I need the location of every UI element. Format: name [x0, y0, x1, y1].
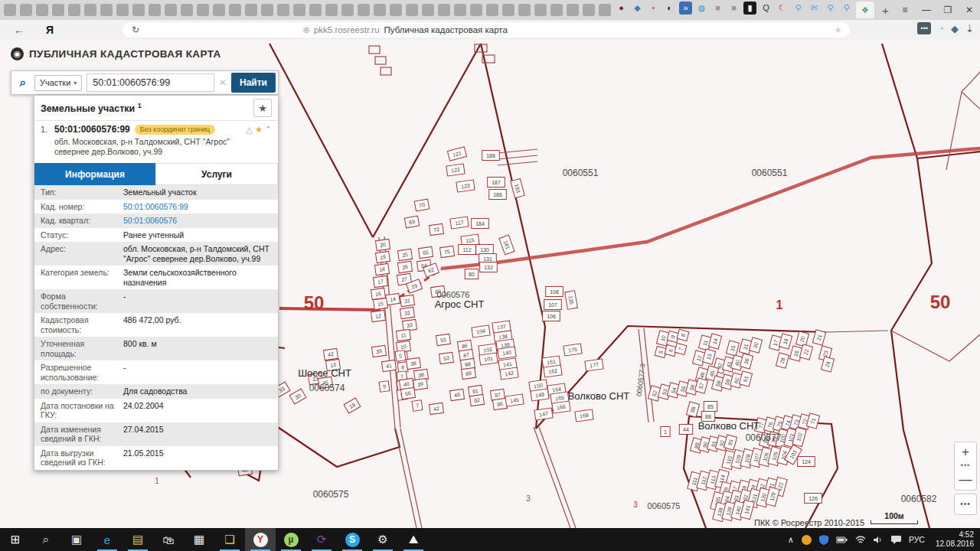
- browser-tab[interactable]: [116, 4, 129, 16]
- browser-tab[interactable]: [390, 4, 402, 16]
- parcel[interactable]: 8: [677, 329, 689, 341]
- taskbar-photos-icon[interactable]: ⛰: [398, 528, 429, 551]
- parcel[interactable]: 53: [439, 352, 453, 364]
- browser-tab[interactable]: [52, 4, 64, 16]
- parcel[interactable]: 30: [289, 389, 306, 404]
- browser-tab-favicon[interactable]: ◐: [663, 2, 676, 15]
- speaker-icon[interactable]: [874, 536, 884, 544]
- parcel-polygons[interactable]: 1211881221231871861937069117184721151812…: [236, 147, 834, 522]
- parcel[interactable]: 92: [469, 394, 484, 406]
- taskbar-settings-icon[interactable]: ⚙: [368, 528, 398, 551]
- parcel[interactable]: 96: [492, 398, 507, 409]
- browser-tab[interactable]: [149, 4, 161, 16]
- parcel[interactable]: 130: [476, 245, 494, 255]
- parcel[interactable]: 38: [406, 357, 420, 369]
- parcel[interactable]: 104: [472, 325, 490, 337]
- parcel[interactable]: 107: [544, 300, 562, 310]
- browser-tab[interactable]: [502, 4, 514, 16]
- parcel[interactable]: 30: [749, 337, 762, 353]
- browser-tab-favicon[interactable]: ◆: [631, 2, 644, 15]
- browser-tab-favicon[interactable]: ●: [615, 2, 628, 15]
- warning-icon[interactable]: △: [246, 125, 252, 135]
- browser-tab[interactable]: [245, 4, 257, 16]
- parcel[interactable]: 16: [371, 288, 385, 299]
- protect-icon[interactable]: ◔: [938, 23, 944, 34]
- parcel[interactable]: 22: [799, 344, 812, 360]
- browser-tab[interactable]: [454, 4, 466, 16]
- parcel[interactable]: 1: [661, 427, 670, 437]
- taskbar-search-icon[interactable]: ⌕: [31, 528, 61, 551]
- search-input[interactable]: 50:01:0060576:99: [87, 73, 214, 92]
- browser-tab[interactable]: [181, 4, 193, 16]
- parcel[interactable]: 166: [552, 401, 570, 413]
- taskbar-yandex-browser-icon[interactable]: Y: [245, 528, 276, 551]
- browser-tab[interactable]: [213, 4, 225, 16]
- url-field[interactable]: ↻ ⊕ pkk5.rosreestr.ru Публичная кадастро…: [122, 22, 850, 37]
- browser-tab[interactable]: [277, 4, 289, 16]
- parcel[interactable]: 7: [675, 343, 687, 354]
- favorites-button[interactable]: ★: [253, 99, 272, 117]
- tray-chevron-icon[interactable]: ∧: [788, 535, 794, 545]
- search-category-dropdown[interactable]: Участки ▾: [34, 75, 82, 91]
- inactive-tabs[interactable]: [4, 4, 615, 16]
- parcel[interactable]: 39: [371, 345, 386, 357]
- parcel[interactable]: 75: [439, 246, 454, 257]
- taskbar-task-view-icon[interactable]: ▣: [61, 528, 92, 551]
- parcel[interactable]: 145: [505, 394, 524, 406]
- browser-tab[interactable]: [229, 4, 241, 16]
- parcel[interactable]: 193: [511, 178, 524, 197]
- browser-tab[interactable]: [325, 4, 338, 16]
- detail-value-link[interactable]: 50:01:0060576:99: [120, 202, 188, 212]
- browser-tab-favicon[interactable]: ■: [727, 2, 740, 15]
- tab-information[interactable]: Информация: [34, 163, 155, 185]
- downloads-icon[interactable]: ⇣: [965, 23, 974, 34]
- parcel[interactable]: 123: [456, 180, 475, 192]
- parcel[interactable]: 70: [414, 199, 429, 211]
- parcel[interactable]: 142: [500, 367, 518, 380]
- refresh-button[interactable]: ↻: [132, 24, 139, 35]
- parcel[interactable]: 89: [461, 367, 475, 379]
- find-button[interactable]: Найти: [231, 73, 276, 93]
- parcel[interactable]: 132: [480, 262, 498, 272]
- parcel[interactable]: 42: [323, 348, 338, 360]
- parcel[interactable]: 162: [544, 365, 562, 377]
- browser-tab-favicon[interactable]: ◍: [695, 2, 708, 15]
- browser-tab[interactable]: [422, 4, 434, 16]
- yandex-logo[interactable]: Я: [46, 24, 54, 36]
- browser-tab[interactable]: [165, 4, 177, 16]
- favicon-tabs[interactable]: ●◆•◐»◍■■▮Q☾⚲✉⚲⚲❖: [615, 2, 877, 18]
- browser-tab[interactable]: [518, 4, 531, 16]
- favorite-star-icon[interactable]: ★: [255, 125, 263, 135]
- parcel[interactable]: 106: [543, 311, 560, 321]
- browser-tab[interactable]: [197, 4, 209, 16]
- parcel[interactable]: 26: [397, 261, 412, 272]
- parcel[interactable]: 98: [686, 402, 699, 417]
- search-icon[interactable]: ⌕: [11, 76, 34, 90]
- zoom-in-button[interactable]: +: [955, 442, 976, 462]
- collections-icon[interactable]: ◆: [951, 23, 959, 34]
- parcel[interactable]: 85: [704, 402, 717, 412]
- browser-tab[interactable]: [583, 4, 595, 16]
- parcel[interactable]: 61: [739, 371, 752, 386]
- parcel[interactable]: 126: [805, 494, 822, 504]
- browser-tab-favicon[interactable]: ▮: [743, 2, 756, 15]
- minimize-button[interactable]: —: [916, 5, 937, 15]
- parcel[interactable]: 14: [708, 334, 721, 349]
- parcel[interactable]: 69: [404, 216, 419, 228]
- browser-tab[interactable]: [534, 4, 547, 16]
- wifi-icon[interactable]: [855, 536, 866, 544]
- clear-search-icon[interactable]: ✕: [219, 77, 227, 88]
- parcel[interactable]: 186: [489, 190, 507, 200]
- browser-tab-favicon[interactable]: ⚲: [840, 2, 853, 15]
- parcel[interactable]: 39: [413, 378, 427, 390]
- clock[interactable]: 4:52 12.08.2016: [933, 530, 974, 549]
- browser-tab-favicon[interactable]: ✉: [808, 2, 821, 15]
- browser-tab[interactable]: [84, 4, 96, 16]
- bookmark-star-icon[interactable]: ★: [834, 24, 842, 35]
- parcel[interactable]: 25: [397, 249, 412, 260]
- parcel[interactable]: 72: [429, 223, 443, 235]
- browser-tab[interactable]: [341, 4, 354, 16]
- browser-tab[interactable]: [68, 4, 80, 16]
- parcel[interactable]: 32: [400, 307, 414, 318]
- browser-tab[interactable]: [567, 4, 579, 16]
